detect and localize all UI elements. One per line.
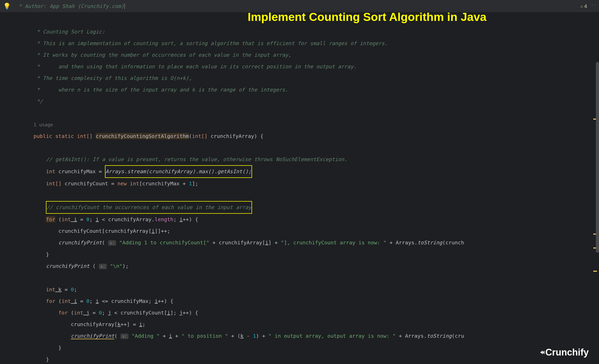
bracket: [crunchifyMax + <box>139 180 189 187</box>
lightbulb-icon[interactable]: 💡 <box>3 3 11 10</box>
code: - <box>244 333 253 339</box>
code: < crunchifyArray. <box>99 216 155 222</box>
semi: ; <box>90 216 96 222</box>
var: j <box>180 310 183 316</box>
brace: } <box>46 356 49 362</box>
text-cursor <box>125 3 125 9</box>
method-call: toString <box>417 239 442 246</box>
crunchify-logo: Crunchify <box>540 347 589 358</box>
var: i <box>265 239 268 246</box>
string: " to position " <box>181 333 228 339</box>
var-decl: crunchifyCount = <box>61 180 117 187</box>
var: j <box>83 310 90 316</box>
comment-line: * It works by counting the number of occ… <box>34 52 291 58</box>
var: i <box>96 298 99 304</box>
param-hint: s: <box>99 264 107 269</box>
warning-icon: ⚠ <box>580 4 583 9</box>
var-decl: crunchifyMax = <box>55 168 105 175</box>
paren: ( <box>55 216 61 222</box>
comment-line: * The time complexity of this algorithm … <box>34 75 192 81</box>
semi: ; <box>102 310 108 316</box>
number: 0 <box>99 310 102 316</box>
type: int <box>61 298 71 304</box>
param-hint: s: <box>120 334 128 339</box>
var: i <box>71 216 77 222</box>
code: + Arrays. <box>386 239 417 246</box>
logo-icon <box>540 351 544 354</box>
code: ]; <box>170 310 180 316</box>
brace: } <box>58 345 61 351</box>
keyword: for <box>58 310 68 316</box>
overlay-title: Implement Counting Sort Algorithm in Jav… <box>248 10 487 24</box>
comment-line: * This is an implementation of counting … <box>34 40 388 46</box>
code: (cru <box>452 333 464 339</box>
paren: ( <box>68 310 74 316</box>
comment-line: // getAsInt(): If a value is present, re… <box>46 156 347 162</box>
keyword: for <box>46 216 55 222</box>
class-ref: Arrays <box>106 168 124 175</box>
number: 0 <box>71 286 74 293</box>
current-line-preview: * Author: App Shah (Crunchify.com) <box>19 3 124 9</box>
var: j <box>108 310 111 316</box>
var: i <box>169 333 172 339</box>
warning-badge[interactable]: ⚠ 4 <box>580 3 587 9</box>
number: 0 <box>86 298 90 304</box>
eq: = <box>77 216 86 222</box>
var: i <box>139 321 142 327</box>
code-editor[interactable]: * Counting Sort Logic: * This is an impl… <box>0 12 599 364</box>
method-name: crunchifyCountingSortAlgorithm <box>96 133 189 139</box>
keyword: new <box>117 180 127 187</box>
keyword: public <box>34 133 52 139</box>
comment-line: * and then using that information to pla… <box>34 63 357 70</box>
var: k <box>55 286 61 293</box>
code: ) + <box>256 333 268 339</box>
semi: ; <box>173 216 180 222</box>
code: ++) { <box>183 310 198 316</box>
eq: = <box>90 310 99 316</box>
brace: } <box>46 251 49 258</box>
method-call: crunchifyPrint <box>71 333 115 339</box>
code: + ( <box>228 333 240 339</box>
paren: ( <box>55 298 61 304</box>
method-call: toString <box>427 333 451 339</box>
type: int <box>74 310 83 316</box>
code: <= crunchifyMax; <box>99 298 155 304</box>
number: 1 <box>189 180 192 187</box>
warning-count: 4 <box>584 3 587 9</box>
code: ]]++; <box>155 228 170 234</box>
comment-line: * where n is the size of the input array… <box>34 87 288 93</box>
code: ++) { <box>183 216 198 222</box>
code: + crunchifyArray[ <box>209 239 265 246</box>
var: k <box>117 321 120 327</box>
semi: ; <box>90 298 96 304</box>
method-call: .stream(crunchifyArray).max().getAsInt()… <box>124 168 252 175</box>
number: 0 <box>86 216 90 222</box>
comment-line: */ <box>34 98 43 104</box>
code: + <box>172 333 181 339</box>
string: " in output array, output array is now: … <box>268 333 396 339</box>
comment-line: // crunchifyCount the occurrences of eac… <box>46 204 252 210</box>
type: int <box>61 216 71 222</box>
vertical-scrollbar[interactable] <box>596 62 599 253</box>
var: k <box>240 333 244 339</box>
param-hint: s: <box>108 240 116 246</box>
code: (crunch <box>442 239 464 246</box>
var: i <box>152 228 155 234</box>
code: < crunchifyCount[ <box>111 310 167 316</box>
highlight-box: // crunchifyCount the occurrences of eac… <box>46 201 252 214</box>
var: i <box>180 216 183 222</box>
prev-highlight-icon[interactable]: ˄ <box>591 4 593 8</box>
code: crunchifyArray[ <box>71 321 118 327</box>
method-call: crunchifyPrint <box>58 239 102 246</box>
usage-hint[interactable]: 1 usage <box>34 122 53 127</box>
string: "Adding " <box>132 333 159 339</box>
comment-line: * Counting Sort Logic: <box>34 29 105 35</box>
type: int[] <box>192 133 207 139</box>
code: ++) { <box>158 298 173 304</box>
var: i <box>71 298 77 304</box>
warning-marker[interactable] <box>593 271 597 272</box>
code: crunchifyCount[crunchifyArray[ <box>58 228 151 234</box>
number: 1 <box>253 333 256 339</box>
code: ++] = <box>120 321 139 327</box>
var: i <box>155 298 158 304</box>
